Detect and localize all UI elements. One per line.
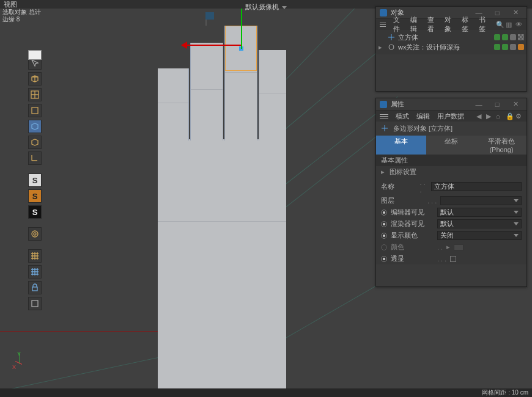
tool-misc[interactable]	[28, 297, 42, 310]
editor-vis-dropdown[interactable]: 默认	[437, 208, 522, 217]
eye-icon[interactable]: 👁	[515, 21, 523, 28]
panel-menubar: 模式 编辑 用户数据 ◀ ▶ ⌂ 🔒 ⚙	[376, 111, 526, 122]
model-edge	[158, 221, 286, 222]
tool-checker[interactable]	[28, 88, 42, 101]
field-label: 编辑器可见	[391, 208, 434, 217]
tab-phong[interactable]: 平滑着色(Phong)	[476, 136, 526, 155]
tab-basic[interactable]: 基本	[376, 136, 426, 155]
chevron-right-icon[interactable]: ▸	[446, 243, 450, 251]
tree-row[interactable]: 立方体	[379, 32, 524, 42]
hamburger-icon[interactable]	[380, 114, 388, 118]
dropdown-value: 关闭	[440, 231, 454, 240]
section-toggle[interactable]: ▸ 图标设置	[376, 166, 526, 178]
tool-torus[interactable]	[28, 227, 42, 241]
radio-icon[interactable]	[381, 233, 387, 239]
close-button[interactable]: ✕	[508, 100, 523, 109]
maximize-button[interactable]: □	[490, 9, 504, 17]
display-color-dropdown[interactable]: 关闭	[437, 231, 522, 240]
tag-dot[interactable]	[510, 34, 516, 40]
name-input[interactable]	[431, 182, 522, 191]
filter-icon[interactable]: ▥	[506, 21, 513, 28]
model-face[interactable]	[259, 50, 286, 140]
visibility-dot[interactable]	[494, 34, 500, 40]
gear-icon[interactable]: ⚙	[515, 112, 523, 120]
tool-cube[interactable]	[28, 72, 42, 86]
tool-grid1[interactable]	[28, 249, 42, 263]
orientation-gizmo: YX	[12, 351, 37, 375]
menu-item[interactable]: 用户数据	[437, 112, 464, 121]
lock-icon[interactable]: 🔒	[506, 112, 513, 120]
maximize-button[interactable]: □	[490, 100, 504, 109]
menu-item[interactable]: 对象	[445, 15, 454, 34]
tab-coord[interactable]: 坐标	[426, 136, 476, 155]
model-face[interactable]	[158, 68, 188, 140]
tree-item-name[interactable]: 立方体	[398, 33, 492, 42]
field-label: 图层	[381, 196, 424, 205]
radio-icon[interactable]	[381, 209, 387, 216]
tag-dot[interactable]	[518, 44, 524, 50]
visibility-dot[interactable]	[502, 44, 508, 50]
panel-titlebar[interactable]: 属性 — □ ✕	[376, 98, 526, 111]
menu-item[interactable]: 编辑	[416, 112, 430, 121]
field-layer: 图层 . . .	[376, 195, 526, 206]
axis-x[interactable]	[182, 45, 241, 46]
axis-plane-flag[interactable]	[205, 12, 214, 20]
model-edge	[225, 72, 257, 73]
tree-toggle[interactable]: ▸	[379, 43, 385, 51]
model-face[interactable]	[191, 43, 223, 140]
selection-info: 选取对象 总计 边缘 8	[2, 9, 41, 26]
tree-item-name[interactable]: wx关注：设计师深海	[398, 43, 492, 52]
tool-s-orange[interactable]: S	[28, 189, 42, 203]
chevron-down-icon	[514, 199, 519, 202]
tree-row[interactable]: ▸ wx关注：设计师深海	[379, 42, 524, 52]
menu-item[interactable]: 标签	[462, 15, 471, 34]
menu-item[interactable]: 查看	[427, 15, 437, 34]
object-tree[interactable]: 立方体 ▸ wx关注：设计师深海	[376, 30, 526, 54]
visibility-dot[interactable]	[494, 44, 500, 50]
nav-back-icon[interactable]: ◀	[476, 112, 484, 120]
tag-dot[interactable]	[510, 44, 516, 50]
attributes-panel: 属性 — □ ✕ 模式 编辑 用户数据 ◀ ▶ ⌂ 🔒 ⚙ 多边形对象 [立方体…	[375, 98, 527, 287]
tool-solid-cube[interactable]	[28, 120, 42, 133]
radio-icon[interactable]	[381, 221, 387, 227]
model-face[interactable]	[158, 139, 286, 388]
field-label: 名称	[381, 182, 416, 191]
tool-grid2[interactable]	[28, 265, 42, 279]
hamburger-icon[interactable]	[380, 23, 386, 27]
model-edge	[259, 50, 259, 140]
nav-fwd-icon[interactable]: ▶	[486, 112, 493, 120]
radio-icon[interactable]	[381, 256, 387, 262]
close-button[interactable]: ✕	[508, 9, 523, 17]
menu-item[interactable]: 文件	[393, 15, 403, 34]
menu-item[interactable]: 模式	[396, 112, 409, 121]
tool-box[interactable]	[28, 104, 42, 117]
field-color: 颜色 . . ▸	[376, 241, 526, 253]
svg-rect-5	[32, 300, 38, 307]
model-edge	[191, 89, 223, 90]
svg-point-2	[32, 231, 38, 237]
home-icon[interactable]: ⌂	[496, 112, 503, 120]
color-swatch[interactable]	[454, 244, 464, 250]
tool-s-grey[interactable]: S	[28, 173, 42, 187]
phong-tag-icon[interactable]	[518, 34, 524, 40]
search-icon[interactable]: 🔍	[496, 21, 503, 28]
tool-angle[interactable]	[28, 151, 42, 165]
visibility-dot[interactable]	[502, 34, 508, 40]
render-vis-dropdown[interactable]: 默认	[437, 219, 522, 228]
xray-checkbox[interactable]	[450, 256, 456, 262]
viewport-thumb[interactable]	[28, 50, 42, 60]
tool-s-black[interactable]: S	[28, 205, 42, 219]
camera-label: 默认摄像机	[245, 3, 279, 10]
menu-item[interactable]: 书签	[479, 15, 489, 34]
svg-rect-4	[32, 287, 37, 291]
layer-dropdown[interactable]	[440, 196, 522, 205]
tool-orange-cube[interactable]	[28, 136, 42, 149]
radio-icon[interactable]	[381, 244, 387, 250]
grid-spacing-label: 网格间距 : 10 cm	[482, 389, 528, 396]
left-toolbar: S S S	[28, 50, 43, 310]
menu-item[interactable]: 编辑	[410, 15, 420, 34]
camera-selector[interactable]: 默认摄像机	[245, 2, 287, 12]
minimize-button[interactable]: —	[471, 100, 486, 109]
selection-info-label: 选取对象 总计	[2, 9, 41, 16]
tool-lock[interactable]	[28, 281, 42, 294]
